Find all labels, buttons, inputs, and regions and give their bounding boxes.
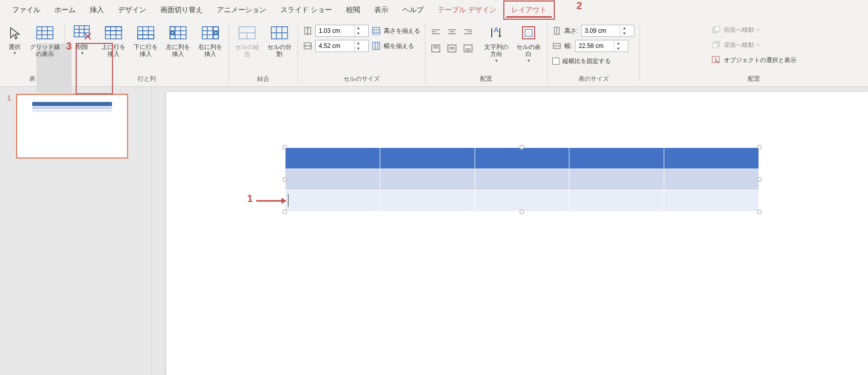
tab-animation[interactable]: アニメーション [210,2,273,19]
align-left-button[interactable] [429,25,443,39]
spin-up[interactable]: ▲ [355,40,362,46]
spin-down[interactable]: ▼ [614,46,622,51]
row-height-icon [303,26,312,35]
cell-height-input[interactable]: ▲▼ [315,25,369,37]
svg-rect-65 [448,45,456,52]
align-center-button[interactable] [445,25,459,39]
svg-rect-77 [715,26,720,31]
svg-rect-13 [105,27,122,31]
resize-handle[interactable] [282,145,287,149]
resize-handle[interactable] [519,209,524,214]
slide-thumbnail-1[interactable] [16,94,128,158]
text-direction-button[interactable]: A 文字列の方向 ▾ [481,21,511,64]
distribute-rows-icon [372,26,381,35]
svg-rect-18 [138,27,154,39]
table-height-input[interactable]: ▲▼ [581,25,634,37]
table-width-label: 幅: [564,42,572,50]
svg-rect-62 [432,45,440,52]
align-bottom-button[interactable] [461,41,475,56]
gridlines-button[interactable]: グリッド線の表示 [28,21,62,59]
tab-review[interactable]: 校閲 [339,2,367,19]
tab-slideshow[interactable]: スライド ショー [273,2,339,19]
svg-rect-19 [138,35,154,39]
insert-above-icon [105,26,122,39]
spin-up[interactable]: ▲ [355,25,362,31]
resize-handle[interactable] [757,177,762,182]
resize-handle[interactable] [757,209,762,214]
lock-aspect-label: 縦横比を固定する [562,57,611,66]
grid-icon [36,26,53,39]
distribute-cols-button[interactable]: 幅を揃える [384,42,414,50]
lock-aspect-checkbox[interactable] [552,58,559,65]
tab-layout[interactable]: レイアウト [503,1,555,20]
tab-insert[interactable]: 挿入 [83,2,111,19]
merge-icon [239,26,256,39]
align-middle-button[interactable] [445,41,459,56]
bring-forward-icon [712,25,721,34]
text-cursor [288,194,288,207]
group-cellsize: セルのサイズ [301,73,422,86]
spin-down[interactable]: ▼ [355,31,362,36]
distribute-cols-icon [372,41,381,50]
spin-up[interactable]: ▲ [614,40,622,46]
tab-transition[interactable]: 画面切り替え [153,2,210,19]
text-direction-icon: A [489,25,504,40]
tab-view[interactable]: 表示 [367,2,395,19]
insert-col-right-button[interactable]: 右に列を挿入 [195,21,225,59]
svg-rect-79 [713,43,718,48]
group-table: 表 [3,73,62,86]
svg-rect-73 [525,29,532,36]
distribute-rows-button[interactable]: 高さを揃える [384,27,420,35]
cell-width-input[interactable]: ▲▼ [315,40,369,52]
annotation-3: 3 [66,40,72,52]
tab-tabledesign[interactable]: テーブル デザイン [431,2,503,19]
svg-rect-50 [373,42,380,49]
table-width-input[interactable]: ▲▼ [575,40,628,52]
group-align: 配置 [429,73,544,86]
cell-margins-icon [521,25,536,40]
chevron-down-icon: ▾ [14,50,16,56]
split-icon [271,26,288,39]
chevron-down-icon: ▾ [528,58,530,63]
tab-file[interactable]: ファイル [5,2,47,19]
group-merge: 結合 [232,73,295,86]
slide-thumbnails-pane[interactable]: 1 [0,87,151,375]
align-right-button[interactable] [461,25,475,39]
split-cells-button[interactable]: セルの分割 [264,21,295,59]
resize-handle[interactable] [282,209,287,214]
resize-handle[interactable] [757,145,762,149]
selected-table[interactable] [285,147,759,211]
selection-pane-button[interactable]: オブジェクトの選択と表示 [710,53,798,67]
spin-up[interactable]: ▲ [620,25,628,31]
svg-rect-46 [373,27,380,34]
bring-forward-button: 前面へ移動 ▾ [710,23,798,36]
select-button[interactable]: 選択 ▾ [3,21,26,57]
resize-handle[interactable] [282,177,287,182]
tab-home[interactable]: ホーム [47,2,83,19]
chevron-down-icon: ▾ [757,42,760,47]
resize-handle[interactable] [519,145,524,149]
text-align-grid [429,21,475,56]
svg-rect-12 [105,27,122,39]
insert-below-icon [137,26,154,39]
chevron-down-icon: ▾ [495,58,498,63]
insert-row-below-button[interactable]: 下に行を挿入 [131,21,161,59]
annotation-box-3 [76,43,113,94]
spin-down[interactable]: ▼ [620,31,628,36]
spin-down[interactable]: ▼ [355,46,362,51]
send-backward-icon [712,40,721,49]
slide-editor[interactable]: 1 [151,87,868,375]
group-tablesize: 表のサイズ [550,73,636,86]
table-height-icon [552,26,561,35]
tab-help[interactable]: ヘルプ [395,2,431,19]
delete-table-icon [74,25,91,40]
cell-margins-button[interactable]: セルの余白 ▾ [513,21,544,64]
svg-text:A: A [494,26,499,34]
svg-rect-0 [37,27,53,39]
align-top-button[interactable] [429,41,443,56]
table-width-icon [552,41,561,50]
merge-cells-button: セルの結合 [232,21,262,59]
insert-col-left-button[interactable]: 左に列を挿入 [163,21,193,59]
tab-design[interactable]: デザイン [111,2,153,19]
slide-canvas[interactable]: 1 [166,92,868,375]
